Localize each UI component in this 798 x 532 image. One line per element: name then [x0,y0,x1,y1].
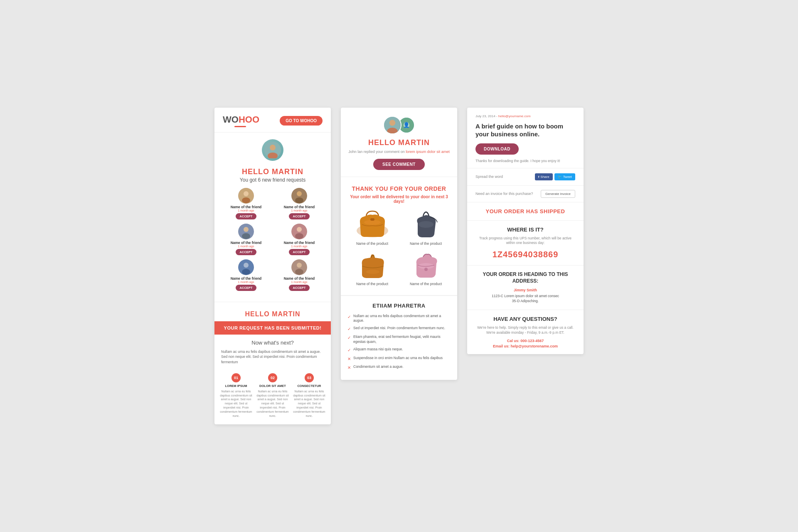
svg-point-8 [295,197,303,203]
go-to-wohoo-button[interactable]: GO TO WOHOO [280,116,323,126]
phone-number: Cal us: 000-123-4567 [475,339,575,343]
friend-time: 1 month ago [238,245,254,248]
svg-point-11 [242,233,250,239]
step-text-1: Nullam ac urna eu felis dapibus condimen… [219,389,253,418]
friend-item: Name of the friend 1 month ago ACCEPT [221,188,271,219]
see-comment-button[interactable]: SEE COMMENT [373,159,425,170]
card3-top-section: July 23, 2014 - hello@yourname.com A bri… [467,108,584,168]
address-line-1: 1123-C Lorem ipsum dolor sit amet consec [475,293,575,299]
product-image-2 [407,209,445,239]
svg-point-4 [244,191,249,196]
svg-point-16 [244,263,249,268]
logo-hoo: HOO [239,114,259,125]
card3-guide-title: A brief guide on how to boom your busine… [475,122,575,138]
friend-name: Name of the friend [284,241,315,245]
svg-point-33 [424,268,428,271]
accept-button[interactable]: ACCEPT [289,213,310,219]
questions-title: HAVE ANY QUESTIONS? [475,316,575,322]
address-title: YOUR ORDER IS HEADING TO THIS ADDRESS: [475,271,575,284]
spread-section: Spread the word f Share 🐦 Tweet [467,168,584,186]
friend-avatar [238,188,254,204]
step-title-2: DOLOR SIT AMET [256,384,289,388]
whats-next-label: Now what's next? [214,335,331,349]
tracking-number: 1Z45694038869 [475,250,575,259]
logo: WOHOO [223,114,259,127]
check-text-4: Aliquam massa nisi quis neque. [353,347,403,352]
accept-button[interactable]: ACCEPT [289,249,310,255]
card3-date: July 23, 2014 - hello@yourname.com [475,114,575,118]
accept-button[interactable]: ACCEPT [236,213,257,219]
friend-name: Name of the friend [231,276,262,281]
svg-point-30 [419,221,433,228]
friend-item: Name of the friend 1 month ago ACCEPT [274,188,324,219]
questions-text: We're here to help. Simply reply to this… [475,325,575,335]
checkmark-icon-2: ✓ [347,326,351,332]
friend-name: Name of the friend [284,205,315,209]
friend-name: Name of the friend [284,276,315,281]
friend-name: Name of the friend [231,205,262,209]
step-2: 02 DOLOR SIT AMET Nullam ac urna eu feli… [256,373,289,418]
accept-button[interactable]: ACCEPT [289,285,310,291]
thanks-text: Thanks for downloading the guide. I hope… [475,159,575,163]
friend-item: Name of the friend 1 month ago ACCEPT [274,224,324,255]
replied-link[interactable]: lorem ipsum dolor sit amet [406,150,450,154]
steps-row: 01 LOREM IPSUM Nullam ac urna eu felis d… [214,370,331,418]
card1-header: WOHOO GO TO WOHOO [214,108,331,133]
download-button[interactable]: DOWNLOAD [475,143,519,155]
card-social: WOHOO GO TO WOHOO HELLO MARTIN You got 6… [214,108,331,425]
replied-prefix: John lan replied your comment on [348,150,405,154]
svg-point-13 [297,227,302,232]
shipped-title: YOUR ORDER HAS SHIPPED [475,208,575,214]
friend-time: 1 month ago [291,209,308,212]
card-order: 👤 HELLO MARTIN John lan replied your com… [341,108,457,380]
invoice-section: Need an invoice for this purchase? Gener… [467,186,584,202]
card2-header: 👤 HELLO MARTIN John lan replied your com… [341,108,457,177]
svg-point-10 [244,227,249,232]
step-text-3: Nullam ac urna eu felis dapibus condimen… [293,389,326,418]
avatar [262,139,283,161]
product-item-1: Name of the product [347,209,397,246]
card-business: July 23, 2014 - hello@yourname.com A bri… [467,108,584,354]
friend-time: 1 month ago [291,281,308,283]
cross-item-6: ✕ Condimentum sit amet a augue. [347,365,451,371]
friend-item: Name of the friend 1 month ago ACCEPT [274,259,324,291]
svg-point-1 [270,145,276,150]
card2-avatars: 👤 [347,116,451,134]
svg-point-7 [297,191,302,196]
check-text-2: Sed ut imperdiet nisi. Proin condimentum… [353,326,445,331]
etiiam-title: ETIIAM PHARETRA [347,303,451,309]
accept-button[interactable]: ACCEPT [236,285,257,291]
svg-point-5 [242,197,250,203]
svg-rect-29 [370,218,374,221]
step-title-3: CONSECTETUR [293,384,326,388]
cross-text-5: Suspendisse in orci enim Nullam ac uma e… [353,356,443,361]
accept-button[interactable]: ACCEPT [236,249,257,255]
request-submitted-banner: YOUR REQUEST HAS BEEN SUBMITTED! [214,321,331,335]
thank-prefix: Your order will be delivered to your doo… [350,195,444,199]
hello-martin-2: HELLO MARTIN [214,305,331,321]
generate-invoice-button[interactable]: Generate Invoice [541,190,575,198]
thank-you-subtitle: Your order will be delivered to your doo… [347,195,451,204]
social-buttons: f Share 🐦 Tweet [535,173,575,180]
svg-point-23 [387,128,397,134]
product-name-2: Name of the product [401,241,451,246]
check-item-4: ✓ Aliquam massa nisi quis neque. [347,347,451,353]
friend-time: 1 month ago [238,281,254,283]
svg-text:👤: 👤 [403,121,410,128]
tweet-button[interactable]: 🐦 Tweet [554,173,575,180]
replied-text: John lan replied your comment on lorem i… [347,150,451,154]
email-link[interactable]: hello@yourname.com [498,114,531,118]
friend-avatar [238,224,254,239]
friend-time: 1 month ago [238,209,254,212]
greeting-title: HELLO MARTIN [214,164,331,177]
invoice-label: Need an invoice for this purchase? [475,192,533,196]
thank-you-section: THANK YOU FOR YOUR ORDER Your order will… [341,177,457,296]
cross-icon-5: ✕ [347,356,351,362]
svg-point-20 [295,269,303,275]
share-button[interactable]: f Share [535,173,553,180]
svg-point-19 [297,263,302,268]
thank-you-title: THANK YOU FOR YOUR ORDER [347,185,451,192]
logo-underline [234,126,246,127]
friend-avatar [291,224,307,239]
address-line-2: 35-D Adipsching. [475,298,575,304]
